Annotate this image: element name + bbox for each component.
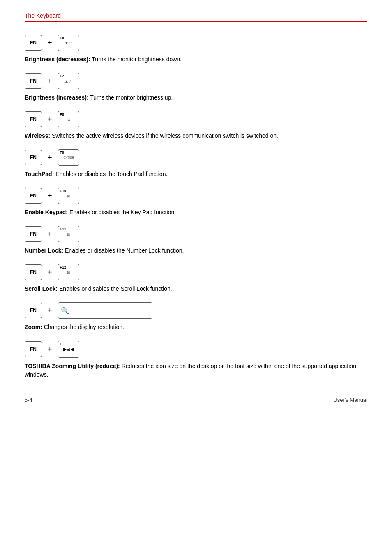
key-row-scroll-lock: FN+F12⊟ xyxy=(25,264,367,280)
plus-sign: + xyxy=(48,192,52,200)
header-title: The Keyboard xyxy=(25,12,61,19)
fx-key-label: F9 xyxy=(60,151,65,155)
fx-key-label: F7 xyxy=(60,74,65,79)
fx-key-enable-keypad: F10⊠ xyxy=(58,188,79,204)
fx-key-brightness-decrease: F6▼☆ xyxy=(58,35,79,51)
key-row-number-lock: FN+F11▦ xyxy=(25,226,367,242)
section-number-lock: FN+F11▦Number Lock: Enables or disables … xyxy=(25,226,367,255)
fx-key-touchpad: F9Q/⌨ xyxy=(58,149,79,166)
description-bold: Scroll Lock: xyxy=(25,285,58,292)
description-bold: Zoom: xyxy=(25,324,42,330)
description-touchpad: TouchPad: Enables or disables the Touch … xyxy=(25,170,367,178)
key-row-touchpad: FN+F9Q/⌨ xyxy=(25,149,367,166)
description-bold: TOSHIBA Zooming Utility (reduce): xyxy=(25,363,120,369)
section-enable-keypad: FN+F10⊠Enable Keypad: Enables or disable… xyxy=(25,188,367,217)
fn-key: FN xyxy=(25,303,42,318)
page: The Keyboard FN+F6▼☆Brightness (decrease… xyxy=(0,0,392,413)
section-zoom: FN+🔍Zoom: Changes the display resolution… xyxy=(25,302,367,331)
description-enable-keypad: Enable Keypad: Enables or disables the K… xyxy=(25,208,367,217)
section-brightness-decrease: FN+F6▼☆Brightness (decreases): Turns the… xyxy=(25,35,367,64)
fx-key-icon: ·ψ xyxy=(60,118,77,122)
fx-key-label: F11 xyxy=(60,227,67,232)
fx-key-label: F6 xyxy=(60,36,65,40)
fx-key-icon: ▲☆ xyxy=(60,79,77,83)
fx-key-wide: 🔍 xyxy=(58,302,152,319)
key-row-enable-keypad: FN+F10⊠ xyxy=(25,188,367,204)
description-number-lock: Number Lock: Enables or disables the Num… xyxy=(25,246,367,255)
description-scroll-lock: Scroll Lock: Enables or disables the Scr… xyxy=(25,285,367,293)
footer-manual-title: User's Manual xyxy=(333,397,367,403)
plus-sign: + xyxy=(48,230,52,239)
description-zoom: Zoom: Changes the display resolution. xyxy=(25,323,367,331)
fn-key: FN xyxy=(25,264,42,280)
fx-key-icon: ▼☆ xyxy=(60,41,77,45)
plus-sign: + xyxy=(48,306,52,315)
description-bold: Brightness (decreases): xyxy=(25,56,90,63)
description-bold: Number Lock: xyxy=(25,247,63,254)
key-row-wireless: FN+F8·ψ xyxy=(25,111,367,127)
fn-key: FN xyxy=(25,150,42,165)
fn-key: FN xyxy=(25,226,42,242)
plus-sign: + xyxy=(48,115,52,124)
key-row-brightness-increase: FN+F7▲☆ xyxy=(25,73,367,89)
description-bold: TouchPad: xyxy=(25,171,54,177)
fx-key-wireless: F8·ψ xyxy=(58,111,79,127)
description-toshiba-zoom-reduce: TOSHIBA Zooming Utility (reduce): Reduce… xyxy=(25,362,367,379)
fx-key-label: F8 xyxy=(60,113,65,117)
description-bold: Wireless: xyxy=(25,132,50,139)
key-row-zoom: FN+🔍 xyxy=(25,302,367,319)
key-row-toshiba-zoom-reduce: FN+1▶⊟◀ xyxy=(25,341,367,358)
fx-key-small: 1▶⊟◀ xyxy=(58,341,79,358)
key-row-brightness-decrease: FN+F6▼☆ xyxy=(25,35,367,51)
plus-sign: + xyxy=(48,268,52,277)
fx-key-label: F10 xyxy=(60,189,67,193)
section-touchpad: FN+F9Q/⌨TouchPad: Enables or disables th… xyxy=(25,149,367,178)
plus-sign: + xyxy=(48,345,52,354)
section-brightness-increase: FN+F7▲☆Brightness (increases): Turns the… xyxy=(25,73,367,102)
fx-key-icon: ⊟ xyxy=(60,271,77,275)
plus-sign: + xyxy=(48,77,52,86)
fn-key: FN xyxy=(25,111,42,127)
fx-key-brightness-increase: F7▲☆ xyxy=(58,73,79,89)
description-bold: Enable Keypad: xyxy=(25,209,68,215)
fx-key-icon: Q/⌨ xyxy=(60,156,77,160)
fx-key-number-lock: F11▦ xyxy=(58,226,79,242)
footer-page-number: 5-4 xyxy=(25,397,32,403)
fx-key-icon: ▶⊟◀ xyxy=(63,347,74,352)
fn-key: FN xyxy=(25,188,42,204)
fn-key: FN xyxy=(25,35,42,51)
description-brightness-decrease: Brightness (decreases): Turns the monito… xyxy=(25,55,367,64)
fx-key-scroll-lock: F12⊟ xyxy=(58,264,79,280)
description-wireless: Wireless: Switches the active wireless d… xyxy=(25,132,367,140)
footer: 5-4 User's Manual xyxy=(25,394,367,403)
page-header: The Keyboard xyxy=(25,12,367,22)
description-brightness-increase: Brightness (increases): Turns the monito… xyxy=(25,93,367,102)
plus-sign: + xyxy=(48,39,52,47)
section-scroll-lock: FN+F12⊟Scroll Lock: Enables or disables … xyxy=(25,264,367,293)
section-wireless: FN+F8·ψWireless: Switches the active wir… xyxy=(25,111,367,140)
fx-key-label: F12 xyxy=(60,266,67,270)
fn-key: FN xyxy=(25,73,42,89)
fn-key: FN xyxy=(25,341,42,357)
section-toshiba-zoom-reduce: FN+1▶⊟◀TOSHIBA Zooming Utility (reduce):… xyxy=(25,341,367,379)
sections-container: FN+F6▼☆Brightness (decreases): Turns the… xyxy=(25,35,367,379)
plus-sign: + xyxy=(48,153,52,162)
fx-key-icon: ⊠ xyxy=(60,194,77,198)
fx-key-icon: ▦ xyxy=(60,232,77,236)
description-bold: Brightness (increases): xyxy=(25,94,89,101)
